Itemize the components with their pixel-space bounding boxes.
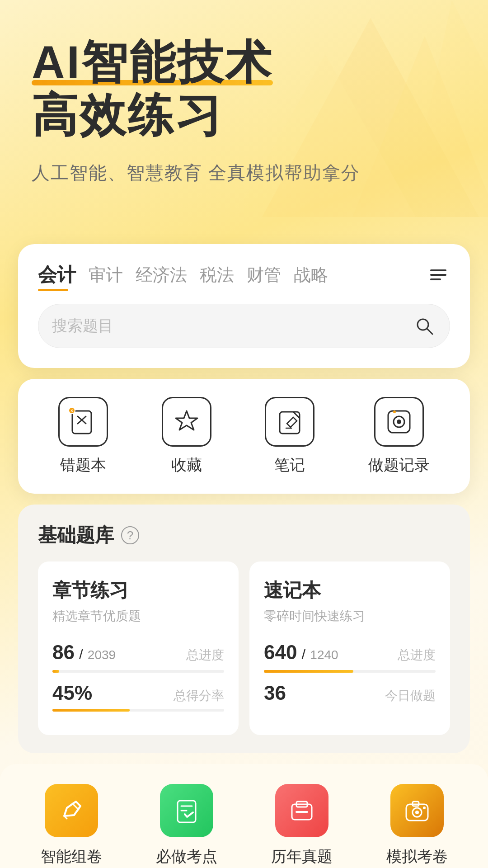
bank-chapter-title: 章节练习 xyxy=(52,578,224,603)
bank-flashcard-title: 速记本 xyxy=(264,578,436,603)
bank-flashcard-today: 36 xyxy=(264,682,286,704)
camera-icon xyxy=(390,784,444,837)
question-bank-card: 基础题库 ? 章节练习 精选章节优质题 86 / 2039 总进度 45% xyxy=(18,505,470,753)
help-icon[interactable]: ? xyxy=(121,526,139,544)
svg-text:×: × xyxy=(70,408,73,413)
subject-tabs-card: 会计 审计 经济法 税法 财管 战略 搜索题目 xyxy=(18,244,470,368)
hero-title: AI智能技术 高效练习 xyxy=(32,36,456,142)
check-icon xyxy=(160,784,213,837)
bottom-action-mock-exam[interactable]: 模拟考卷 xyxy=(386,784,448,867)
bank-chapter-stat1: 86 / 2039 总进度 xyxy=(52,641,224,664)
bank-chapter-pct-fill xyxy=(52,709,130,712)
bank-title-row: 基础题库 ? xyxy=(38,523,450,548)
bank-flashcard-label1: 总进度 xyxy=(398,646,436,664)
tab-shuifa[interactable]: 税法 xyxy=(200,264,247,287)
svg-line-1 xyxy=(427,329,432,334)
hero-section: AI智能技术 高效练习 人工智能、智慧教育 全真模拟帮助拿分 xyxy=(0,0,488,235)
error-book-icon: × xyxy=(58,397,108,447)
bank-chapter-progress-bar xyxy=(52,670,224,673)
bottom-smart-compose-label: 智能组卷 xyxy=(41,846,102,867)
bank-chapter-done: 86 xyxy=(52,641,75,664)
bank-flashcard-stat1: 640 / 1240 总进度 xyxy=(264,641,436,664)
bank-chapter-progress-fill xyxy=(52,670,59,673)
bottom-action-must-do[interactable]: 必做考点 xyxy=(156,784,217,867)
search-bar[interactable]: 搜索题目 xyxy=(38,304,450,348)
bottom-action-smart-compose[interactable]: 智能组卷 xyxy=(41,784,102,867)
bank-chapter-sub: 精选章节优质题 xyxy=(52,608,224,625)
bank-chapter-stat2: 45% 总得分率 xyxy=(52,682,224,704)
action-error-book[interactable]: × 错题本 xyxy=(58,397,108,476)
action-records-label: 做题记录 xyxy=(368,455,430,476)
bottom-past-exams-label: 历年真题 xyxy=(271,846,333,867)
bank-chapter-pct-bar xyxy=(52,709,224,712)
bank-chapter-label1: 总进度 xyxy=(186,646,224,664)
action-favorite-label: 收藏 xyxy=(171,455,202,476)
bank-chapter-total: 2039 xyxy=(88,648,116,662)
bank-grid: 章节练习 精选章节优质题 86 / 2039 总进度 45% 总得分率 xyxy=(38,561,450,735)
main-content: 会计 审计 经济法 税法 财管 战略 搜索题目 xyxy=(0,244,488,753)
svg-point-24 xyxy=(415,811,419,814)
svg-point-13 xyxy=(393,410,396,413)
pen-icon xyxy=(45,784,98,837)
search-placeholder-text: 搜索题目 xyxy=(52,316,413,336)
svg-rect-16 xyxy=(178,801,196,822)
bank-flashcard-sub: 零碎时间快速练习 xyxy=(264,608,436,625)
star-icon xyxy=(162,397,211,447)
search-icon[interactable] xyxy=(413,314,436,338)
note-icon xyxy=(265,397,314,447)
action-notes[interactable]: 笔记 xyxy=(265,397,314,476)
quick-actions-card: × 错题本 收藏 笔记 xyxy=(18,379,470,494)
bank-flashcard-done: 640 xyxy=(264,641,297,664)
bottom-actions-row: 智能组卷 必做考点 历年真题 xyxy=(0,764,488,868)
tab-jingjifa[interactable]: 经济法 xyxy=(136,264,200,287)
bank-chapter-pct: 45% xyxy=(52,682,92,704)
bank-item-flashcard[interactable]: 速记本 零碎时间快速练习 640 / 1240 总进度 36 今日做题 xyxy=(249,561,450,735)
bank-flashcard-stat2: 36 今日做题 xyxy=(264,682,436,704)
hero-title-line2: 高效练习 xyxy=(32,90,223,141)
bank-flashcard-total: 1240 xyxy=(310,648,338,662)
record-icon xyxy=(374,397,424,447)
bank-chapter-slash: / xyxy=(79,646,83,663)
bank-title: 基础题库 xyxy=(38,523,114,548)
action-notes-label: 笔记 xyxy=(274,455,305,476)
bottom-action-past-exams[interactable]: 历年真题 xyxy=(271,784,333,867)
bank-flashcard-slash: / xyxy=(301,646,305,663)
tab-zhanlue[interactable]: 战略 xyxy=(294,264,341,287)
tabs-row: 会计 审计 经济法 税法 财管 战略 xyxy=(38,262,450,288)
tab-kuaiji[interactable]: 会计 xyxy=(38,262,89,288)
svg-marker-7 xyxy=(176,411,197,430)
hero-title-line1: AI智能技术 xyxy=(32,36,273,89)
tab-menu-button[interactable] xyxy=(427,266,450,284)
minus-icon xyxy=(275,784,328,837)
bank-chapter-label2: 总得分率 xyxy=(174,687,224,704)
svg-point-26 xyxy=(423,807,426,809)
bottom-mock-exam-label: 模拟考卷 xyxy=(386,846,448,867)
bank-flashcard-label2: 今日做题 xyxy=(385,687,436,704)
bank-item-chapter[interactable]: 章节练习 精选章节优质题 86 / 2039 总进度 45% 总得分率 xyxy=(38,561,239,735)
tab-caiguan[interactable]: 财管 xyxy=(247,264,294,287)
bank-flashcard-progress-bar xyxy=(264,670,436,673)
bottom-must-do-label: 必做考点 xyxy=(156,846,217,867)
bank-flashcard-progress-fill xyxy=(264,670,353,673)
action-error-book-label: 错题本 xyxy=(60,455,106,476)
tab-shenji[interactable]: 审计 xyxy=(89,264,136,287)
action-favorite[interactable]: 收藏 xyxy=(162,397,211,476)
action-records[interactable]: 做题记录 xyxy=(368,397,430,476)
svg-point-12 xyxy=(397,420,401,424)
svg-rect-2 xyxy=(72,411,91,434)
